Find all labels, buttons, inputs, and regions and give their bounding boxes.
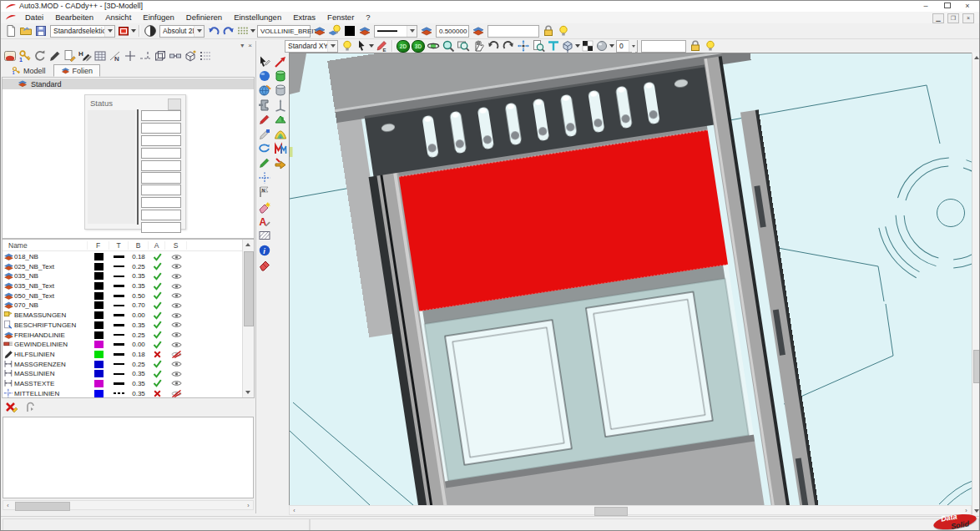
layer-visible-icon[interactable] — [165, 254, 187, 260]
t-square-icon[interactable] — [546, 39, 561, 53]
view-angle-spin[interactable]: 0 — [616, 40, 638, 53]
layer-color-swatch[interactable] — [88, 282, 109, 290]
panel-horizontal-scrollbar[interactable]: ‹ › — [3, 500, 254, 510]
tool-sphere-blue-icon[interactable] — [257, 68, 272, 83]
menu-datei[interactable]: Datei — [19, 12, 49, 23]
attribute-input[interactable] — [487, 25, 539, 38]
layer-linetype[interactable] — [109, 324, 129, 326]
h-pens-icon[interactable]: H — [78, 49, 93, 63]
tool-rotate-pair-icon[interactable] — [257, 141, 272, 155]
layer-active-icon[interactable] — [149, 262, 165, 271]
table-row[interactable]: MASSGRENZEN0.25 — [3, 359, 254, 369]
vp-vscroll-thumb[interactable] — [973, 350, 980, 383]
orbit-view-icon[interactable] — [426, 39, 441, 53]
open-file-icon[interactable] — [18, 24, 33, 38]
3d-model[interactable] — [327, 53, 847, 505]
selection-box-icon[interactable] — [117, 24, 136, 38]
tool-arrow-multi-icon[interactable] — [273, 156, 288, 170]
table-row[interactable]: BESCHRIFTUNGEN0.35 — [3, 320, 254, 330]
panel-pin-icon[interactable]: ▾ — [240, 42, 244, 49]
status-field-10[interactable] — [141, 222, 181, 233]
refresh-icon[interactable] — [33, 49, 48, 63]
status-field-2[interactable] — [141, 123, 181, 134]
redo-icon[interactable] — [221, 24, 236, 38]
maximize-button[interactable] — [941, 2, 954, 11]
list-dots-icon[interactable] — [198, 49, 213, 63]
layer-visible-icon[interactable] — [165, 292, 187, 299]
tool-hatch-icon[interactable] — [257, 229, 272, 243]
layer-color-swatch[interactable] — [88, 331, 109, 339]
table-row[interactable]: HILFSLINIEN0.18 — [3, 349, 254, 359]
key-1-icon[interactable]: 1 — [18, 49, 33, 63]
panel-close-icon[interactable]: × — [248, 42, 252, 49]
tool-text-a-icon[interactable]: A — [257, 214, 272, 228]
column-header-s[interactable]: S — [165, 241, 187, 250]
layer-apply-color-icon[interactable] — [357, 24, 372, 38]
tool-pen-green-icon[interactable] — [257, 156, 272, 170]
mdi-minimize-button[interactable]: ▁ — [932, 13, 944, 23]
light-toggle-icon[interactable] — [340, 39, 355, 53]
layer-active-icon[interactable] — [149, 390, 165, 397]
cube-wire-icon[interactable] — [153, 49, 168, 63]
column-header-name[interactable]: Name — [3, 241, 88, 250]
status-field-5[interactable] — [141, 160, 181, 171]
status-field-8[interactable] — [141, 197, 181, 208]
table-row[interactable]: BEMASSUNGEN0.00 — [3, 310, 254, 320]
layer-visible-icon[interactable] — [165, 331, 187, 338]
render-mode-icon[interactable] — [580, 39, 595, 53]
zoom-select-icon[interactable] — [441, 39, 456, 53]
layer-visible-icon[interactable] — [165, 361, 187, 367]
coordinate-mode-icon[interactable] — [143, 24, 158, 38]
tool-axis-tripod-icon[interactable] — [273, 98, 288, 112]
n-line-icon[interactable]: N — [108, 49, 123, 63]
edit-pen-icon[interactable]: E — [374, 39, 389, 53]
layer-linetype[interactable] — [109, 276, 129, 278]
shading-sphere-icon[interactable] — [595, 39, 614, 53]
status-panel-button[interactable] — [168, 99, 181, 110]
tool-pen-red-icon[interactable] — [257, 113, 272, 127]
model-box-icon[interactable] — [3, 49, 18, 63]
layer-apply-width-icon[interactable] — [471, 24, 486, 38]
tool-info-icon[interactable]: i — [257, 243, 272, 257]
layer-linetype[interactable] — [109, 334, 129, 336]
menu-fenster[interactable]: Fenster — [321, 12, 360, 23]
scroll-right-icon[interactable]: › — [244, 501, 253, 509]
status-field-9[interactable] — [141, 210, 181, 220]
table-row[interactable]: 025_NB_Text0.25 — [3, 261, 254, 271]
tool-surface-multi-icon[interactable] — [273, 127, 288, 141]
table-row[interactable]: GEWINDELINIEN0.00 — [3, 339, 254, 349]
layer-active-icon[interactable] — [149, 272, 165, 281]
tool-cylinder-gray-icon[interactable] — [273, 83, 288, 98]
rotate-left-icon[interactable] — [486, 39, 501, 53]
grid-snap-icon[interactable] — [236, 24, 255, 38]
layer-visible-icon[interactable] — [165, 312, 187, 319]
menu-einstellungen[interactable]: Einstellungen — [228, 12, 287, 23]
layer-color-swatch[interactable] — [88, 341, 109, 348]
bulb-view-icon[interactable] — [703, 39, 718, 53]
layer-linetype[interactable] — [109, 266, 129, 268]
tool-clamp-icon[interactable] — [257, 98, 272, 112]
layer-linetype[interactable] — [109, 353, 129, 356]
table-scroll-thumb[interactable] — [244, 251, 254, 326]
line-width-input[interactable]: 0.500000 — [436, 25, 469, 38]
viewport-vertical-scrollbar[interactable] — [972, 53, 980, 515]
orbit-free-icon[interactable] — [516, 39, 531, 53]
layer-visible-icon[interactable] — [165, 283, 187, 290]
column-header-f[interactable]: F — [88, 241, 109, 250]
tool-n-flag-icon[interactable]: N — [257, 185, 272, 200]
table-row[interactable]: 070_NB0.70 — [3, 300, 254, 310]
layer-linetype[interactable] — [109, 343, 129, 346]
table-row[interactable]: MITTELLINIEN0.35 — [3, 388, 254, 398]
layer-linetype[interactable] — [109, 314, 129, 316]
table-row[interactable]: MASSLINIEN0.35 — [3, 368, 254, 378]
layer-color-swatch[interactable] — [88, 361, 109, 368]
layer-color-swatch[interactable] — [88, 351, 109, 358]
status-field-1[interactable] — [141, 110, 181, 121]
layer-color-swatch[interactable] — [88, 272, 109, 280]
status-field-3[interactable] — [141, 135, 181, 146]
close-button[interactable]: × — [961, 2, 974, 11]
status-field-4[interactable] — [141, 148, 181, 159]
layer-color-swatch[interactable] — [88, 263, 109, 271]
column-header-b[interactable]: B — [129, 241, 149, 250]
vp-scroll-left-icon[interactable]: ‹ — [290, 506, 299, 514]
